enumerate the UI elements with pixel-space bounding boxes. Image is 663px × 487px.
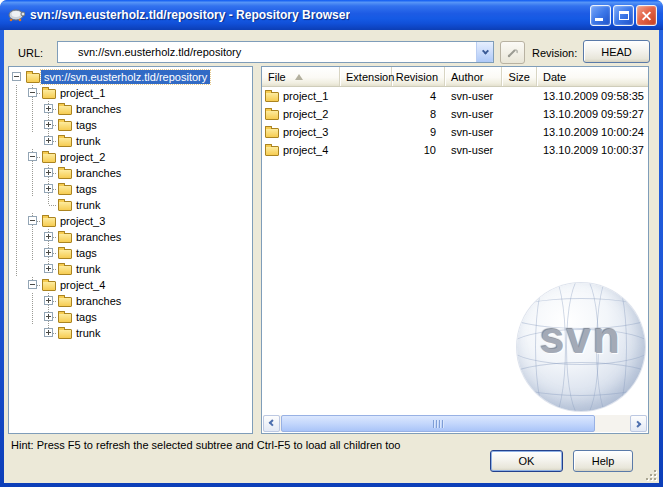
tree-node-tags[interactable]: tags	[9, 309, 252, 325]
collapse-icon[interactable]	[25, 149, 41, 165]
tree-node-svn-svn-eusterholz-tld-repository[interactable]: svn://svn.eusterholz.tld/repository	[9, 69, 252, 85]
tree-indent-guide	[9, 309, 25, 325]
expand-icon[interactable]	[41, 165, 57, 181]
log-icon	[506, 46, 519, 59]
scroll-left-button[interactable]	[263, 415, 280, 432]
sort-ascending-icon	[295, 74, 303, 80]
minimize-icon	[595, 18, 603, 21]
dialog-client-area: URL: Revision: HEAD svn://svn.eusterholz…	[4, 30, 659, 483]
help-button[interactable]: Help	[573, 450, 633, 472]
minimize-button[interactable]	[590, 5, 611, 26]
date-cell: 13.10.2009 09:58:35	[537, 90, 648, 102]
author-cell: svn-user	[445, 108, 502, 120]
tree-node-label: tags	[73, 118, 100, 132]
horizontal-scrollbar[interactable]	[263, 415, 647, 432]
resize-grip[interactable]	[644, 468, 657, 481]
tree-indent-guide	[9, 293, 25, 309]
file-cell: project_4	[262, 144, 340, 156]
scrollbar-grip-icon	[433, 420, 444, 428]
tree-node-label: trunk	[73, 262, 103, 276]
file-cell: project_1	[262, 90, 340, 102]
expand-icon[interactable]	[41, 133, 57, 149]
expand-icon[interactable]	[41, 261, 57, 277]
file-list-pane: svn File Extension Revision Author Size …	[261, 66, 649, 434]
tree-node-label: trunk	[73, 198, 103, 212]
expand-icon[interactable]	[41, 325, 57, 341]
column-header-date[interactable]: Date	[537, 67, 648, 86]
collapse-icon[interactable]	[25, 85, 41, 101]
table-row-project_3[interactable]: project_39svn-user13.10.2009 10:00:24	[262, 123, 648, 141]
date-cell: 13.10.2009 10:00:24	[537, 126, 648, 138]
tree-node-tags[interactable]: tags	[9, 117, 252, 133]
tree-node-trunk[interactable]: trunk	[9, 261, 252, 277]
folder-icon	[41, 213, 57, 229]
folder-icon	[57, 133, 73, 149]
tree-node-branches[interactable]: branches	[9, 165, 252, 181]
url-input[interactable]	[58, 42, 476, 62]
tree-node-label: tags	[73, 246, 100, 260]
expand-icon[interactable]	[41, 309, 57, 325]
expand-icon[interactable]	[41, 245, 57, 261]
folder-icon	[265, 110, 279, 120]
revision-head-button[interactable]: HEAD	[583, 40, 650, 63]
tree-node-project-2[interactable]: project_2	[9, 149, 252, 165]
scrollbar-thumb[interactable]	[281, 415, 595, 432]
tree-node-project-1[interactable]: project_1	[9, 85, 252, 101]
column-header-size[interactable]: Size	[502, 67, 537, 86]
expand-icon[interactable]	[41, 229, 57, 245]
expand-icon[interactable]	[41, 101, 57, 117]
repository-browser-window: svn://svn.eusterholz.tld/repository - Re…	[0, 0, 663, 487]
show-log-button	[500, 41, 525, 64]
table-row-project_1[interactable]: project_14svn-user13.10.2009 09:58:35	[262, 87, 648, 105]
table-row-project_4[interactable]: project_410svn-user13.10.2009 10:00:37	[262, 141, 648, 159]
tree-indent-guide	[9, 117, 25, 133]
tree-indent-guide	[25, 133, 41, 149]
tree-indent-guide	[25, 197, 41, 213]
collapse-icon[interactable]	[25, 277, 41, 293]
collapse-icon[interactable]	[25, 213, 41, 229]
tree-indent-guide	[9, 101, 25, 117]
tree-node-label: project_4	[57, 278, 108, 292]
tree-node-project-3[interactable]: project_3	[9, 213, 252, 229]
tree-indent-guide	[9, 197, 25, 213]
tree-indent-guide	[25, 261, 41, 277]
folder-icon	[57, 197, 73, 213]
ok-button[interactable]: OK	[490, 450, 563, 472]
tree-node-branches[interactable]: branches	[9, 293, 252, 309]
chevron-right-icon	[634, 421, 641, 428]
tree-node-trunk[interactable]: trunk	[9, 133, 252, 149]
url-dropdown-button[interactable]	[476, 42, 493, 62]
folder-icon	[41, 149, 57, 165]
folder-icon	[41, 85, 57, 101]
tree-node-label: branches	[73, 294, 124, 308]
table-row-project_2[interactable]: project_28svn-user13.10.2009 09:59:27	[262, 105, 648, 123]
file-list-body: project_14svn-user13.10.2009 09:58:35pro…	[262, 87, 648, 159]
tree-indent-guide	[9, 245, 25, 261]
expand-icon[interactable]	[41, 293, 57, 309]
title-bar[interactable]: svn://svn.eusterholz.tld/repository - Re…	[0, 0, 663, 30]
tree-node-project-4[interactable]: project_4	[9, 277, 252, 293]
expand-icon[interactable]	[41, 117, 57, 133]
expand-icon[interactable]	[41, 181, 57, 197]
folder-icon	[57, 245, 73, 261]
column-header-file[interactable]: File	[262, 67, 340, 86]
tree-indent-guide	[25, 325, 41, 341]
tree-node-tags[interactable]: tags	[9, 245, 252, 261]
tree-node-label: branches	[73, 230, 124, 244]
tree-node-trunk[interactable]: trunk	[9, 325, 252, 341]
tree-node-branches[interactable]: branches	[9, 229, 252, 245]
column-header-extension[interactable]: Extension	[340, 67, 392, 86]
folder-icon	[57, 293, 73, 309]
hint-text: Hint: Press F5 to refresh the selected s…	[11, 438, 441, 452]
column-header-revision[interactable]: Revision	[392, 67, 445, 86]
scroll-right-button[interactable]	[630, 415, 647, 432]
tree-node-trunk[interactable]: trunk	[9, 197, 252, 213]
repository-tree[interactable]: svn://svn.eusterholz.tld/repositoryproje…	[8, 66, 253, 434]
close-button[interactable]	[636, 5, 657, 26]
collapse-icon[interactable]	[9, 69, 25, 85]
tree-node-tags[interactable]: tags	[9, 181, 252, 197]
maximize-button[interactable]	[613, 5, 634, 26]
tree-node-branches[interactable]: branches	[9, 101, 252, 117]
tortoisesvn-turtle-icon	[7, 7, 25, 23]
column-header-author[interactable]: Author	[445, 67, 502, 86]
